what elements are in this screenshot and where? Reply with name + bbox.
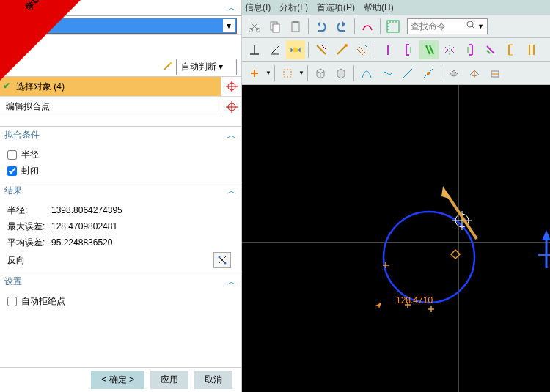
direction-arrow: [441, 186, 477, 239]
viewport[interactable]: 128.4710: [242, 85, 550, 392]
maxerr-label: 最大误差:: [7, 221, 51, 233]
dimension-icon[interactable]: [286, 40, 305, 59]
extend-icon[interactable]: [332, 40, 351, 59]
mirror-icon[interactable]: [440, 40, 459, 59]
copy-icon[interactable]: [265, 17, 285, 36]
closed-label: 封闭: [21, 165, 39, 177]
z-axis-arrow: [538, 230, 550, 268]
check-icon: ✔: [3, 81, 10, 91]
cube-icon[interactable]: [311, 64, 330, 83]
search-box[interactable]: ▼: [407, 18, 488, 34]
target-icon[interactable]: [221, 97, 241, 117]
redo-icon[interactable]: [332, 17, 351, 36]
toolbar-view: ▼ ▼: [242, 62, 550, 85]
bracket1-icon[interactable]: [399, 40, 418, 59]
apply-button[interactable]: 应用: [150, 371, 188, 389]
avgerr-label: 平均误差:: [7, 237, 51, 249]
line-icon[interactable]: [398, 64, 417, 83]
measure-icon[interactable]: [384, 17, 403, 36]
svg-rect-15: [293, 48, 298, 52]
radius-result-value: 1398.8064274395: [51, 205, 122, 215]
svg-point-18: [427, 72, 430, 75]
toolbar-main: ▼: [242, 15, 550, 38]
svg-point-12: [369, 26, 370, 27]
edit-fit-point-row[interactable]: 编辑拟合点: [0, 97, 241, 117]
menu-info[interactable]: 信息(I): [245, 1, 271, 14]
offset-icon[interactable]: [353, 40, 372, 59]
target-icon[interactable]: [221, 77, 241, 96]
cube2-icon[interactable]: [331, 64, 351, 83]
svg-point-4: [224, 262, 227, 265]
reverse-button[interactable]: [213, 252, 231, 268]
equal-icon[interactable]: [481, 40, 500, 59]
bracket2-icon[interactable]: [461, 40, 480, 59]
undo-icon[interactable]: [312, 17, 331, 36]
result-header[interactable]: 结果︿: [0, 182, 241, 199]
chevron-down-icon: ▾: [223, 19, 235, 32]
bracket3-icon[interactable]: [502, 40, 521, 59]
radius-result-label: 半径:: [7, 204, 51, 217]
menu-help[interactable]: 帮助(H): [364, 1, 394, 14]
plane3-icon[interactable]: [485, 64, 505, 83]
parallel-icon[interactable]: [419, 40, 439, 59]
svg-rect-8: [273, 24, 279, 32]
select-rect-icon[interactable]: [278, 64, 297, 83]
svg-rect-17: [284, 70, 291, 77]
svg-point-11: [364, 26, 366, 27]
svg-point-14: [467, 21, 473, 27]
point-icon[interactable]: [245, 64, 264, 83]
reverse-label: 反向: [7, 254, 25, 267]
collapse-icon[interactable]: ︿: [227, 1, 237, 15]
cut-icon[interactable]: [245, 17, 264, 36]
auto-reject-label: 自动拒绝点: [21, 295, 65, 308]
svg-point-16: [345, 44, 348, 47]
wand-icon: [163, 61, 173, 73]
chevron-down-icon[interactable]: ▼: [477, 23, 484, 30]
angle-icon[interactable]: [265, 40, 285, 59]
svg-point-22: [384, 212, 474, 303]
search-icon[interactable]: [466, 20, 476, 32]
avgerr-value: 95.2248836520: [51, 237, 112, 248]
toolbar-sketch: [242, 38, 550, 62]
search-input[interactable]: [411, 21, 466, 32]
menu-analysis[interactable]: 分析(L): [279, 1, 308, 14]
paste-icon[interactable]: [286, 17, 305, 36]
svg-point-3: [219, 256, 221, 259]
menu-prefs[interactable]: 首选项(P): [317, 1, 355, 14]
auto-reject-checkbox[interactable]: [7, 297, 17, 306]
chevron-down-icon[interactable]: ▼: [265, 70, 271, 76]
svg-rect-10: [293, 21, 298, 23]
closed-checkbox[interactable]: [7, 166, 17, 176]
menubar: 信息(I) 分析(L) 首选项(P) 帮助(H): [242, 0, 550, 15]
curve2-icon[interactable]: [378, 64, 397, 83]
radius-checkbox[interactable]: [7, 150, 17, 160]
svg-point-0: [169, 62, 172, 64]
ok-button[interactable]: < 确定 >: [91, 371, 144, 389]
sketch-icon[interactable]: [358, 17, 377, 36]
radius-label: 半径: [21, 149, 39, 161]
perpendicular-icon[interactable]: [245, 40, 264, 59]
auto-detect-select[interactable]: 自动判断 ▾: [176, 59, 237, 75]
line-point-icon[interactable]: [419, 64, 438, 83]
trim-icon[interactable]: [312, 40, 331, 59]
chevron-down-icon[interactable]: ▼: [298, 70, 304, 76]
annotation-text: 128.4710: [396, 295, 433, 306]
vline-icon[interactable]: [378, 40, 397, 59]
curve1-icon[interactable]: [357, 64, 376, 83]
maxerr-value: 128.4709802481: [51, 221, 117, 232]
fit-condition-header[interactable]: 拟合条件︿: [0, 126, 241, 144]
settings-header[interactable]: 设置︿: [0, 273, 241, 290]
plane2-icon[interactable]: [465, 64, 484, 83]
plane-icon[interactable]: [444, 64, 463, 83]
cancel-button[interactable]: 取消: [194, 371, 232, 389]
bracket4-icon[interactable]: [522, 40, 541, 59]
